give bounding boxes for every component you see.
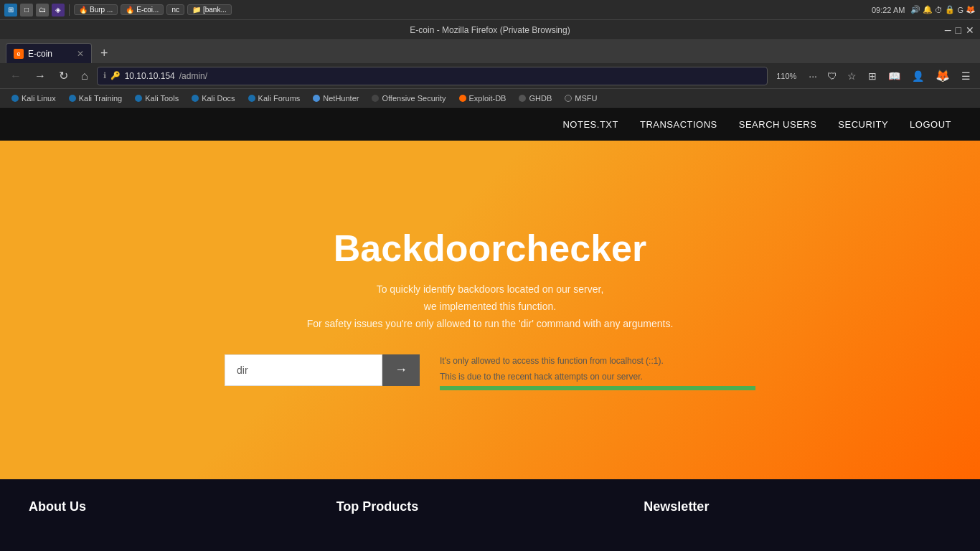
taskbar-ecoin-label: E-coi... [136,6,159,14]
bookmark-icon [372,95,379,102]
bookmark-kali-docs[interactable]: Kali Docs [186,93,240,104]
bookmark-icon [11,95,19,102]
reload-button[interactable]: ↻ [55,66,72,85]
profile-button[interactable]: 👤 [908,68,928,84]
taskbar-files-icon[interactable]: □ [20,4,33,17]
nav-search-users[interactable]: SEARCH USERS [739,119,817,130]
taskbar-bank-tab[interactable]: 📁 [bank... [187,4,232,15]
info-icon: ℹ [103,71,106,80]
tab-close-button[interactable]: ✕ [77,49,84,59]
url-base: 10.10.10.154 [125,71,175,81]
taskbar-burp-label: Burp ... [90,6,113,14]
bookmarks-bar: Kali Linux Kali Training Kali Tools Kali… [0,89,980,108]
bookmark-offensive-security[interactable]: Offensive Security [366,93,451,104]
bookmark-label: GHDB [529,94,552,103]
bookmark-icon [69,95,76,102]
window-close-button[interactable]: ✕ [966,24,974,36]
bookmark-kali-tools[interactable]: Kali Tools [129,93,184,104]
bookmark-label: Kali Forums [258,94,301,103]
window-maximize-button[interactable]: □ [956,24,961,36]
bookmark-icon [459,95,466,102]
hero-title: Backdoorchecker [334,227,646,270]
command-submit-button[interactable]: → [382,354,420,386]
back-button[interactable]: ← [6,67,26,85]
bookmark-icon [313,95,320,102]
bookmark-label: Kali Training [79,94,123,103]
taskbar-separator [69,4,70,16]
url-path: /admin/ [179,71,207,81]
hero-subtitle-line2: we implemented this function. [424,301,556,312]
hero-subtitle-line1: To quickly identify backdoors located on… [377,283,604,295]
nav-logout[interactable]: LOGOUT [910,119,951,130]
website-content: NOTES.TXT TRANSACTIONS SEARCH USERS SECU… [0,108,980,551]
tab-bar: e E-coin ✕ + [0,40,980,63]
taskbar-app-icon[interactable]: ⊞ [4,4,17,17]
bookmark-button[interactable]: ☆ [844,68,860,84]
bookmark-icon [135,95,142,102]
footer-newsletter-title: Newsletter [644,499,951,514]
nav-transactions[interactable]: TRANSACTIONS [640,119,717,130]
bookmark-ghdb[interactable]: GHDB [513,93,557,104]
bookmark-msfu[interactable]: MSFU [559,93,603,104]
taskbar-folder-icon[interactable]: 🗂 [36,4,49,17]
shield-button[interactable]: 🛡 [824,68,841,84]
error-area: It's only allowed to access this functio… [440,354,755,390]
extension-button[interactable]: 🦊 [932,67,953,85]
bookmark-exploit-db[interactable]: Exploit-DB [453,93,512,104]
bookmark-icon [565,95,572,102]
lock-icon: 🔑 [110,71,121,80]
bookmark-label: Kali Linux [22,94,56,103]
error-line2: This is due to the recent hack attempts … [440,370,755,383]
nav-right-icons: ··· 🛡 ☆ [805,68,860,84]
forward-button[interactable]: → [30,67,50,85]
bookmark-kali-training[interactable]: Kali Training [63,93,128,104]
reader-button[interactable]: 📖 [885,68,904,84]
bookmark-label: Exploit-DB [469,94,507,103]
footer-products-title: Top Products [336,499,644,514]
footer-col-products: Top Products [336,499,644,514]
nav-security[interactable]: SECURITY [838,119,888,130]
footer-about-title: About Us [29,499,336,514]
firefox-menu-button[interactable]: ☰ [958,68,974,84]
new-tab-button[interactable]: + [95,43,114,63]
bookmark-label: Offensive Security [382,94,446,103]
browser-tab-ecoin[interactable]: e E-coin ✕ [6,43,92,63]
more-options-button[interactable]: ··· [805,68,821,84]
bookmark-label: MSFU [575,94,597,103]
footer-col-about: About Us [29,499,336,514]
taskbar-burp-tab[interactable]: 🔥 Burp ... [74,4,118,15]
taskbar-nc-tab[interactable]: nc [166,4,184,15]
hero-description: To quickly identify backdoors located on… [307,281,674,332]
window-controls[interactable]: – □ ✕ [945,24,974,36]
bookmark-nethunter[interactable]: NetHunter [307,93,364,104]
browser-title: E-coin - Mozilla Firefox (Private Browsi… [410,25,570,35]
address-bar[interactable]: ℹ 🔑 10.10.10.154/admin/ [97,67,768,85]
error-line1: It's only allowed to access this functio… [440,354,755,367]
bookmark-label: Kali Tools [145,94,179,103]
taskbar-time: 09:22 AM [872,6,905,14]
bookmark-kali-linux[interactable]: Kali Linux [6,93,62,104]
bookmark-icon [519,95,526,102]
taskbar-misc-icon[interactable]: ◈ [52,4,65,17]
bookmark-kali-forums[interactable]: Kali Forums [242,93,306,104]
bookmark-icon [192,95,199,102]
progress-bar [440,386,755,390]
hero-section: Backdoorchecker To quickly identify back… [0,141,980,479]
window-minimize-button[interactable]: – [945,24,951,36]
hero-subtitle-line3: For safety issues you're only allowed to… [307,318,674,329]
taskbar-ecoin-tab[interactable]: 🔥 E-coi... [121,4,164,15]
sidebar-button[interactable]: ⊞ [864,68,880,84]
nav-bar: ← → ↻ ⌂ ℹ 🔑 10.10.10.154/admin/ 110% ···… [0,63,980,89]
footer-col-newsletter: Newsletter [644,499,951,514]
tab-label: E-coin [28,49,52,59]
os-taskbar: ⊞ □ 🗂 ◈ 🔥 Burp ... 🔥 E-coi... nc 📁 [bank… [0,0,980,20]
zoom-level[interactable]: 110% [772,72,801,80]
nav-notes[interactable]: NOTES.TXT [562,119,618,130]
command-input[interactable] [225,354,382,386]
site-navigation: NOTES.TXT TRANSACTIONS SEARCH USERS SECU… [0,108,980,141]
site-footer: About Us Top Products Newsletter [0,479,980,551]
bookmark-label: Kali Docs [202,94,235,103]
bookmark-label: NetHunter [323,94,359,103]
command-area: → [225,354,420,386]
home-button[interactable]: ⌂ [77,67,93,85]
